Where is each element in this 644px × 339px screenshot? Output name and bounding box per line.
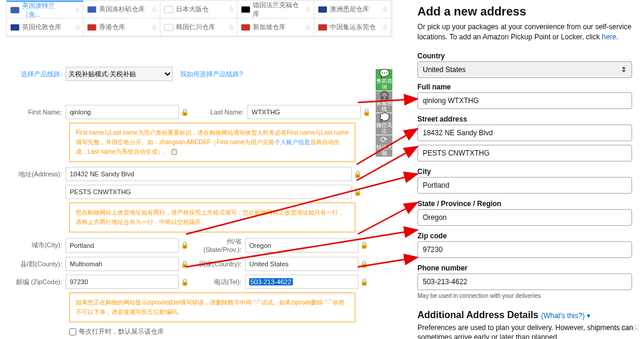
flag-icon	[241, 6, 250, 13]
left-panel: 美国波特兰（免...⎙美国洛杉矶仓库⎙日本大阪仓⎙德国法兰克福仓库⎙澳洲悉尼仓库…	[6, 0, 392, 336]
state-label-r: State / Province / Region	[417, 200, 638, 208]
copy-icon[interactable]: 📋	[171, 148, 178, 155]
phone-label-r: Phone number	[417, 264, 638, 272]
street2-input-r[interactable]	[417, 145, 632, 161]
whats-this-link[interactable]: (What's this?) ▾	[541, 312, 590, 320]
bookmark-icon: ⎙	[383, 24, 387, 30]
tab-label: 英国伦敦仓库	[22, 23, 61, 32]
service-label: 客服热线	[376, 101, 392, 113]
city-input[interactable]	[66, 238, 179, 253]
tab-label: 香港仓库	[99, 23, 125, 32]
amazon-address-panel: Add a new address Or pick up your packag…	[417, 0, 638, 339]
lock-icon: 🔒	[363, 108, 371, 116]
city-input-r[interactable]	[417, 177, 632, 194]
default-warehouse-checkbox[interactable]: 每次打开时，默认展示该仓库	[69, 327, 392, 336]
service-label: 转运大咖	[376, 145, 392, 157]
lock-icon: 🔒	[354, 170, 362, 178]
first-name-input[interactable]	[66, 105, 179, 119]
warehouse-tab[interactable]: 美国波特兰（免...⎙	[7, 1, 83, 18]
chevron-up-down-icon: ⇕	[621, 66, 627, 74]
warehouse-tab[interactable]: 美国洛杉矶仓库⎙	[83, 1, 160, 18]
account-info-link[interactable]: 个人账户信息	[274, 139, 310, 145]
address-label: 地址(Address):	[6, 170, 66, 179]
bookmark-icon: ⎙	[153, 6, 156, 13]
pickup-link[interactable]: here	[602, 33, 616, 41]
page-title: Add a new address	[417, 5, 638, 18]
state-input[interactable]	[245, 238, 358, 253]
lock-icon: 🔒	[181, 260, 189, 268]
fullname-input-r[interactable]	[417, 92, 632, 109]
bookmark-icon: ⎙	[76, 24, 79, 30]
address-row1: 地址(Address): 🔒	[6, 167, 392, 181]
last-name-label: Last Name:	[200, 108, 247, 116]
country-label-r: Country	[417, 52, 638, 60]
checkbox-icon[interactable]	[69, 328, 76, 335]
bookmark-icon: ⎙	[383, 6, 387, 13]
city-label-r: City	[417, 167, 638, 176]
country-input[interactable]	[245, 257, 358, 271]
warehouse-tab[interactable]: 香港仓库⎙	[83, 18, 160, 36]
tel-input[interactable]: 503-213-4622	[245, 275, 358, 289]
zip-label: 邮编 (ZipCode):	[6, 278, 66, 287]
flag-icon	[164, 6, 174, 13]
tab-label: 德国法兰克福仓库	[253, 1, 304, 18]
service-icon: 💬	[379, 69, 389, 78]
street1-input-r[interactable]	[417, 125, 632, 141]
smzdm-logo-icon: 值	[591, 321, 604, 334]
sidebar-button[interactable]: 💬售前咨询	[376, 69, 392, 91]
flag-icon	[10, 7, 20, 14]
bookmark-icon: ⎙	[230, 6, 233, 13]
warehouse-tab[interactable]: 新加坡仓库⎙	[237, 18, 314, 36]
zip-input[interactable]	[66, 275, 179, 289]
bookmark-icon: ⎙	[306, 6, 310, 13]
sidebar-button[interactable]: ⟳转运大咖	[376, 135, 392, 157]
tab-label: 中国集运东莞仓	[330, 23, 376, 32]
last-name-input[interactable]	[247, 105, 361, 119]
country-select[interactable]: United States⇕	[417, 61, 632, 78]
lock-icon: 🔒	[181, 108, 189, 116]
tab-label: 新加坡仓库	[253, 23, 286, 32]
address-line1-input[interactable]	[66, 167, 352, 181]
service-icon: ⟳	[380, 135, 388, 144]
tab-label: 韩国仁川仓库	[176, 23, 215, 32]
sidebar-button[interactable]: 🎧客服热线	[376, 91, 392, 113]
state-input-r[interactable]	[417, 209, 632, 226]
city-state-row: 城市(City): 🔒 州/省(State/Prov.): 🔒	[6, 237, 392, 253]
addl-details-heading: Additional Address Details (What's this?…	[417, 310, 638, 321]
warehouse-tab[interactable]: 韩国仁川仓库⎙	[160, 18, 237, 36]
zip-hint: 如果您正在购物的网站提示zipcode或tel填写错误，请删除数字中间 "-" …	[69, 293, 355, 322]
name-row: First Name: 🔒 Last Name: 🔒	[6, 105, 392, 119]
address-line2-input[interactable]	[66, 185, 352, 199]
route-help-link[interactable]: 我如何选择产品线路?	[180, 70, 243, 79]
zip-input-r[interactable]	[417, 241, 632, 258]
tab-label: 澳洲悉尼仓库	[330, 5, 369, 14]
chevron-down-icon: ▾	[587, 312, 590, 320]
flag-icon	[164, 24, 174, 31]
route-select[interactable]: 关税补贴模式·关税补贴	[66, 67, 173, 81]
phone-input-r[interactable]	[417, 273, 632, 290]
lock-icon: 🔒	[360, 241, 369, 249]
county-input[interactable]	[66, 257, 179, 271]
lock-icon: 🔒	[354, 188, 362, 196]
zip-tel-row: 邮编 (ZipCode): 🔒 电话(Tel): 503-213-4622 🔒	[6, 275, 392, 289]
flag-icon	[87, 6, 97, 13]
warehouse-tab[interactable]: 中国集运东莞仓⎙	[314, 18, 391, 36]
address-hint: 您在购物网站上收货地址如有两行，请严格按照上方格式填写；您在购物网站上收货地址如…	[69, 203, 355, 232]
first-name-label: First Name:	[6, 108, 66, 116]
tab-label: 美国洛杉矶仓库	[99, 5, 145, 14]
warehouse-tab[interactable]: 英国伦敦仓库⎙	[7, 18, 83, 36]
warehouse-tab[interactable]: 日本大阪仓⎙	[160, 1, 237, 18]
service-icon: 💭	[379, 113, 389, 122]
street-label-r: Street address	[417, 115, 638, 123]
state-label: 州/省(State/Prov.):	[191, 237, 245, 253]
warehouse-tab[interactable]: 澳洲悉尼仓库⎙	[314, 1, 391, 18]
sidebar-button[interactable]: 💭微信关注	[376, 113, 392, 135]
address-row2: 🔒	[6, 185, 392, 199]
warehouse-tabs: 美国波特兰（免...⎙美国洛杉矶仓库⎙日本大阪仓⎙德国法兰克福仓库⎙澳洲悉尼仓库…	[6, 0, 392, 37]
flag-icon	[318, 6, 327, 13]
bookmark-icon: ⎙	[153, 24, 156, 30]
county-label: 县/郡(County):	[6, 260, 66, 269]
lock-icon: 🔒	[181, 278, 189, 286]
tel-label: 电话(Tel):	[191, 278, 245, 287]
warehouse-tab[interactable]: 德国法兰克福仓库⎙	[237, 1, 314, 18]
